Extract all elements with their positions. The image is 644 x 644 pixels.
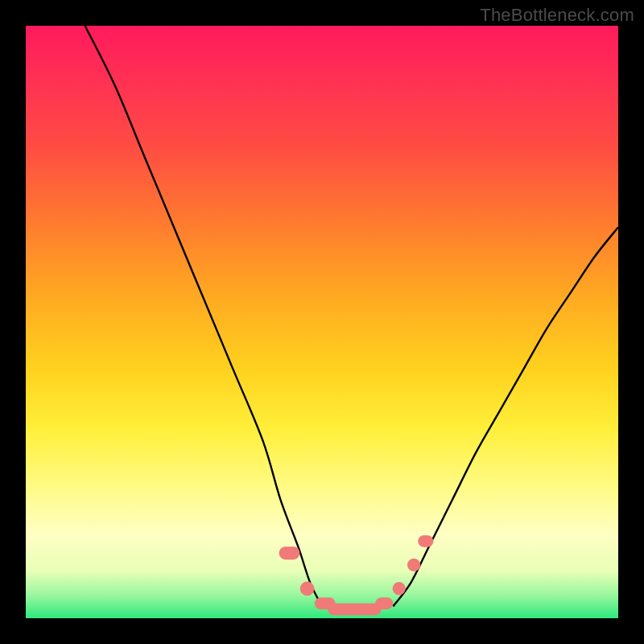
marker-4: [375, 597, 393, 609]
bottom-markers: [279, 535, 434, 615]
chart-container: TheBottleneck.com: [0, 0, 644, 644]
chart-svg: [26, 26, 618, 618]
marker-5: [393, 582, 406, 595]
watermark-text: TheBottleneck.com: [480, 5, 634, 26]
right-curve: [393, 227, 618, 606]
marker-6: [407, 559, 420, 572]
left-curve: [85, 26, 322, 606]
marker-1: [300, 581, 315, 596]
marker-0: [279, 547, 300, 559]
marker-7: [418, 535, 433, 547]
curve-left: [85, 26, 322, 606]
plot-area: [26, 26, 618, 618]
curve-right: [393, 227, 618, 606]
marker-3: [328, 604, 381, 616]
